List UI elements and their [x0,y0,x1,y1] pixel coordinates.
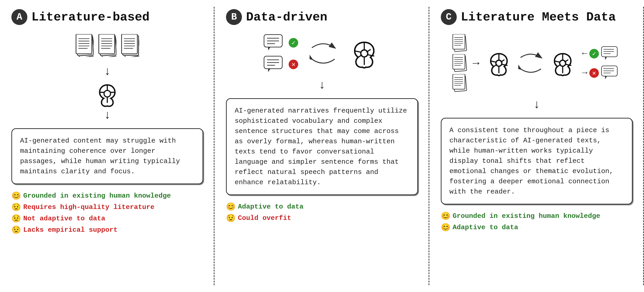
chat-row-good: ✓ [264,34,298,51]
svg-marker-71 [268,69,270,72]
panel-a-letter: A [12,9,27,25]
panel-b: B Data-driven ✓ [214,0,429,292]
emoji-good-c2: 😊 [441,223,450,232]
arrow-down-a2: ↓ [104,110,111,122]
panel-b-pro-1-text: Adaptive to data [238,203,304,211]
openai-logo-a [94,80,121,107]
panel-c-pro-1: 😊 Grounded in existing human knowledge [441,211,600,221]
arrow-c-good: ← [582,48,588,59]
panel-c-pros-cons: 😊 Grounded in existing human knowledge 😊… [441,211,600,232]
doc-c-3 [452,74,467,92]
svg-point-75 [361,50,368,57]
panel-a-con-3-text: Lacks empirical support [23,226,118,234]
doc-c-2 [452,54,467,72]
chat-bubbles-b: ✓ ✕ [264,34,298,73]
emoji-bad-3: 😟 [12,225,21,235]
emoji-bad-2: 😟 [12,214,21,223]
svg-rect-54 [122,34,137,54]
panel-a-con-3: 😟 Lacks empirical support [12,225,171,235]
panel-c: C Literature Meets Data → [430,0,644,292]
arrow-down-c: ↓ [533,99,540,111]
chat-row-bad: ✕ [264,56,298,73]
c-status-cross: ✕ [589,68,599,78]
chat-bubble-c-bad [601,65,621,80]
panel-c-pro-2: 😊 Adaptive to data [441,223,600,232]
panel-b-diagram: ✓ ✕ [226,34,418,73]
arrow-down-b: ↓ [318,80,326,91]
svg-marker-133 [605,57,607,60]
svg-line-121 [491,61,496,62]
panel-b-letter: B [226,9,242,25]
panel-a-pros-cons: 😊 Grounded in existing human knowledge 😟… [12,191,171,235]
svg-point-60 [104,91,111,97]
emoji-good-1: 😊 [12,191,21,201]
panel-b-pro-1: 😊 Adaptive to data [226,202,304,211]
panel-a-con-1-text: Requires high-quality literature [23,203,154,211]
panel-c-right-bubbles: ← ✓ → ✕ [582,46,621,80]
chat-bubble-c-good [601,46,621,61]
status-cross: ✕ [289,60,298,69]
arrow-down-a1: ↓ [104,66,111,78]
panel-b-description: AI-generated narratives frequently utili… [226,98,418,195]
panel-c-description: A consistent tone throughout a piece is … [441,118,632,204]
panel-c-pro-1-text: Grounded in existing human knowledge [453,212,600,220]
svg-rect-36 [99,34,114,54]
panel-b-header: B Data-driven [226,9,327,25]
svg-marker-138 [605,76,607,79]
panel-a: A Literature-based [0,0,214,292]
c-bad-bubble-row: → ✕ [582,65,621,80]
openai-logo-b [348,37,380,69]
panel-c-diagram: → [441,34,632,92]
svg-line-78 [355,51,361,52]
panel-c-title: Literature Meets Data [461,10,616,24]
emoji-good-c1: 😊 [441,211,450,221]
svg-point-118 [496,60,502,66]
chat-bubble-bad [264,56,286,73]
cycle-arrows-c [518,50,543,77]
status-check: ✓ [289,38,298,47]
c-good-bubble-row: ← ✓ [582,46,621,61]
panel-a-con-1: 😟 Requires high-quality literature [12,202,171,212]
panel-a-con-2-text: Not adaptive to data [23,215,105,222]
panel-b-title: Data-driven [246,10,327,24]
panel-b-con-1: 😟 Could overfit [226,213,304,223]
panel-a-description: AI-generated content may struggle with m… [12,128,203,184]
emoji-bad-b1: 😟 [226,213,236,223]
cycle-arrows-b [310,39,337,68]
svg-point-125 [560,60,566,66]
panel-a-con-2: 😟 Not adaptive to data [12,214,171,223]
emoji-good-b1: 😊 [226,202,236,211]
panel-b-con-1-text: Could overfit [238,214,291,222]
document-stack-3 [121,34,139,57]
openai-logo-c1 [485,50,512,77]
panel-c-letter: C [441,9,457,25]
panel-c-pro-2-text: Adaptive to data [453,224,518,231]
c-status-check: ✓ [589,49,599,58]
cycle-svg-c [518,50,543,77]
document-stack-1 [76,34,94,57]
panel-a-docs [76,34,139,57]
cycle-svg-b [310,39,337,68]
svg-marker-66 [268,47,270,50]
arrow-c-bad: → [582,68,588,78]
openai-logo-c2 [549,50,576,77]
panel-a-header: A Literature-based [12,9,150,25]
openai-logo-b-container [348,37,380,69]
svg-rect-18 [76,34,92,54]
panel-a-pro-1-text: Grounded in existing human knowledge [23,192,171,200]
arrow-c-1: → [473,57,480,70]
panel-a-pro-1: 😊 Grounded in existing human knowledge [12,191,171,201]
document-stack-2 [98,34,116,57]
chat-bubble-good [264,34,286,51]
panel-a-title: Literature-based [32,10,150,24]
panel-c-docs [452,34,467,92]
svg-line-128 [554,61,560,62]
doc-c-1 [452,34,467,52]
panel-b-pros-cons: 😊 Adaptive to data 😟 Could overfit [226,202,304,223]
panel-c-header: C Literature Meets Data [441,9,616,25]
emoji-bad-1: 😟 [12,202,21,212]
